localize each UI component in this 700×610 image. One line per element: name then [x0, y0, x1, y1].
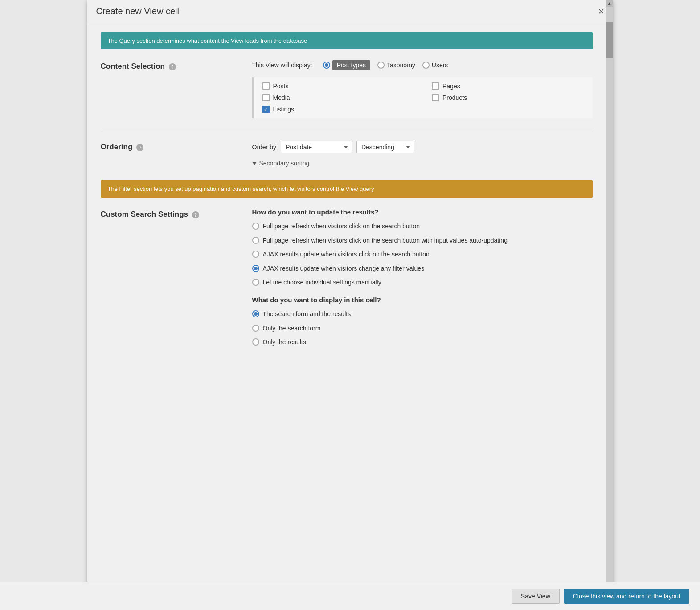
checkbox-listings-input[interactable]	[262, 106, 270, 113]
radio-label-search-only: Only the search form	[263, 324, 321, 333]
radio-label-results-only: Only the results	[263, 338, 306, 347]
order-by-select[interactable]: Post date Post title Post ID Menu order …	[281, 141, 352, 153]
checkbox-pages-input[interactable]	[432, 82, 439, 90]
checkbox-media[interactable]: Media	[262, 94, 414, 101]
checkbox-products-label: Products	[442, 94, 467, 101]
radio-btn-manual[interactable]	[252, 279, 259, 286]
radio-label-ajax-click: AJAX results update when visitors click …	[263, 250, 430, 259]
radio-search-and-results[interactable]: The search form and the results	[252, 310, 593, 319]
custom-search-label: Custom Search Settings	[101, 210, 188, 218]
checkbox-media-input[interactable]	[262, 94, 270, 101]
view-display-label: This View will display:	[252, 62, 312, 69]
radio-btn-ajax-click[interactable]	[252, 251, 259, 258]
query-banner: The Query section determines what conten…	[101, 32, 593, 49]
radio-btn-ajax-change[interactable]	[252, 265, 259, 272]
filter-banner: The Filter section lets you set up pagin…	[101, 180, 593, 198]
close-button[interactable]: ×	[598, 7, 604, 16]
checkbox-pages[interactable]: Pages	[432, 82, 584, 90]
radio-ajax-click[interactable]: AJAX results update when visitors click …	[252, 250, 593, 259]
checkbox-posts-input[interactable]	[262, 82, 270, 90]
radio-btn-results-only[interactable]	[252, 338, 259, 346]
radio-users[interactable]: Users	[422, 62, 448, 69]
radio-btn-post-types[interactable]	[323, 62, 330, 69]
radio-manual[interactable]: Let me choose individual settings manual…	[252, 278, 593, 287]
custom-search-section: Custom Search Settings ? How do you want…	[101, 208, 593, 356]
ordering-label: Ordering	[101, 143, 133, 151]
direction-select[interactable]: Ascending Descending	[356, 141, 414, 153]
modal-title: Create new View cell	[96, 6, 179, 16]
post-types-box: Posts Media Listings	[252, 77, 593, 118]
checkbox-products-input[interactable]	[432, 94, 439, 101]
update-results-section: How do you want to update the results? F…	[252, 208, 593, 287]
checkbox-media-label: Media	[273, 94, 290, 101]
order-by-label: Order by	[252, 144, 276, 151]
radio-label-taxonomy: Taxonomy	[387, 62, 415, 69]
radio-btn-users[interactable]	[422, 62, 430, 69]
radio-search-only[interactable]: Only the search form	[252, 324, 593, 333]
update-results-question: How do you want to update the results?	[252, 208, 593, 216]
custom-search-help-icon[interactable]: ?	[192, 211, 199, 218]
secondary-sorting-icon	[252, 162, 257, 165]
display-cell-section: What do you want to display in this cell…	[252, 296, 593, 347]
radio-btn-taxonomy[interactable]	[377, 62, 385, 69]
radio-label-search-and-results: The search form and the results	[263, 310, 351, 319]
scrollbar[interactable]: ▲ ▼	[606, 0, 613, 610]
close-layout-button[interactable]: Close this view and return to the layout	[564, 589, 689, 604]
scroll-up-arrow[interactable]: ▲	[606, 0, 613, 7]
ordering-section: Ordering ? Order by Post date Post title…	[101, 141, 593, 167]
radio-btn-search-and-results[interactable]	[252, 310, 259, 317]
checkbox-products[interactable]: Products	[432, 94, 584, 101]
radio-label-manual: Let me choose individual settings manual…	[263, 278, 381, 287]
radio-full-refresh-auto[interactable]: Full page refresh when visitors click on…	[252, 236, 593, 245]
secondary-sorting[interactable]: Secondary sorting	[252, 160, 593, 167]
radio-label-users: Users	[432, 62, 448, 69]
save-view-button[interactable]: Save View	[512, 589, 560, 604]
radio-label-full-refresh-auto: Full page refresh when visitors click on…	[263, 236, 508, 245]
radio-label-ajax-change: AJAX results update when visitors change…	[263, 264, 425, 273]
checkbox-pages-label: Pages	[442, 82, 460, 90]
display-cell-question: What do you want to display in this cell…	[252, 296, 593, 304]
checkbox-listings[interactable]: Listings	[262, 106, 414, 113]
radio-btn-full-refresh[interactable]	[252, 223, 259, 230]
radio-label-post-types: Post types	[332, 60, 370, 70]
checkbox-posts[interactable]: Posts	[262, 82, 414, 90]
radio-label-full-refresh: Full page refresh when visitors click on…	[263, 222, 420, 231]
checkbox-posts-label: Posts	[273, 82, 289, 90]
ordering-help-icon[interactable]: ?	[136, 144, 143, 151]
radio-taxonomy[interactable]: Taxonomy	[377, 62, 415, 69]
secondary-sorting-label: Secondary sorting	[259, 160, 310, 167]
radio-btn-full-refresh-auto[interactable]	[252, 237, 259, 244]
content-selection-label: Content Selection	[101, 62, 165, 70]
checkbox-listings-label: Listings	[273, 106, 294, 113]
scrollbar-thumb[interactable]	[606, 22, 613, 58]
radio-post-types[interactable]: Post types	[323, 60, 370, 70]
radio-results-only[interactable]: Only the results	[252, 338, 593, 347]
content-selection-section: Content Selection ? This View will displ…	[101, 60, 593, 118]
modal-footer: Save View Close this view and return to …	[0, 582, 700, 610]
radio-full-refresh[interactable]: Full page refresh when visitors click on…	[252, 222, 593, 231]
radio-ajax-change[interactable]: AJAX results update when visitors change…	[252, 264, 593, 273]
radio-btn-search-only[interactable]	[252, 325, 259, 332]
content-selection-help-icon[interactable]: ?	[169, 63, 176, 70]
